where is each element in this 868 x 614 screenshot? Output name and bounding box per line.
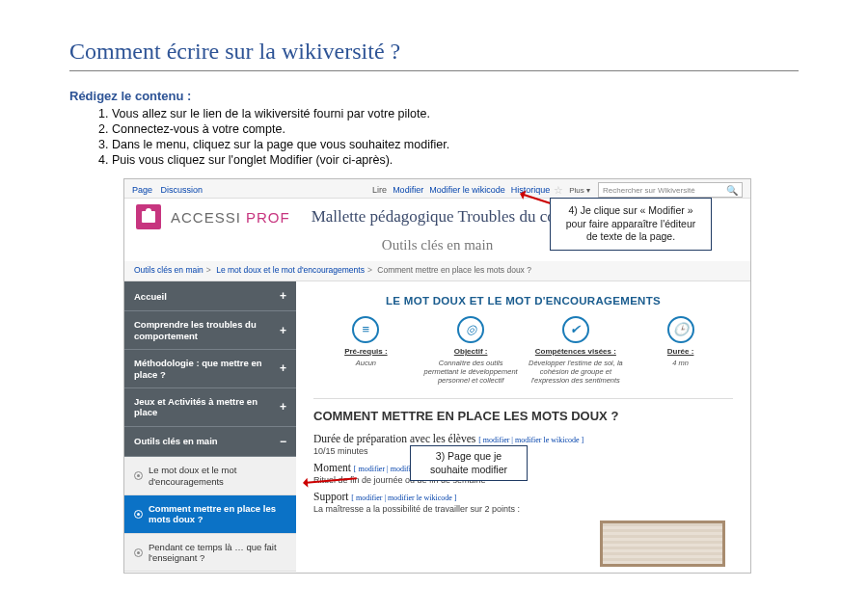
search-icon[interactable]: 🔍 — [726, 185, 738, 196]
target-icon: ◎ — [457, 316, 484, 343]
sidebar-sub-pendant[interactable]: Pendant ce temps là … que fait l'enseign… — [124, 534, 296, 573]
content-top-title: LE MOT DOUX ET LE MOT D'ENCOURAGEMENTS — [313, 295, 733, 307]
sidebar: Accueil+ Comprendre les troubles du comp… — [124, 281, 296, 574]
step-2: Connectez-vous à votre compte. — [98, 122, 799, 136]
sidebar-sub-motdoux[interactable]: Le mot doux et le mot d'encouragements — [124, 457, 296, 495]
tab-modifier[interactable]: Modifier — [393, 185, 423, 195]
tab-discussion[interactable]: Discussion — [161, 185, 203, 195]
step-3: Dans le menu, cliquez sur la page que vo… — [98, 138, 799, 151]
sidebar-sub-comment[interactable]: Comment mettre en place les mots doux ? — [124, 495, 296, 534]
breadcrumb-2[interactable]: Le mot doux et le mot d'encouragements — [216, 265, 365, 275]
bullet-icon — [134, 471, 143, 480]
callout-3: 3) Page que je souhaite modifier — [410, 445, 528, 481]
plus-menu[interactable]: Plus ▾ — [569, 186, 590, 195]
bullet-icon — [134, 510, 143, 519]
summary-icons-row: ≡ Pré-requis : Aucun ◎ Objectif : Connaî… — [313, 316, 733, 385]
accessiprof-logo-icon — [136, 204, 161, 229]
step-1: Vous allez sur le lien de la wikiversité… — [98, 107, 799, 120]
bullet-icon — [134, 548, 143, 557]
tab-lire[interactable]: Lire — [372, 185, 387, 195]
breadcrumb-current: Comment mettre en place les mots doux ? — [377, 265, 531, 275]
section-label: Rédigez le contenu : — [69, 89, 799, 103]
brand-text: ACCESSI PROF — [171, 209, 290, 226]
wiki-top-tabs: Page Discussion Lire Modifier Modifier l… — [124, 179, 750, 198]
doc-title: Comment écrire sur la wikiversité ? — [69, 39, 799, 71]
sidebar-item-methodo[interactable]: Méthodologie : que mettre en place ?+ — [124, 350, 296, 388]
callout-4: 4) Je clique sur « Modifier » pour faire… — [550, 198, 712, 251]
search-input[interactable]: Rechercher sur Wikiversité 🔍 — [598, 182, 743, 198]
star-icon[interactable]: ☆ — [554, 184, 563, 197]
edit-link[interactable]: [ modifier | modifier le wikicode ] — [478, 436, 583, 444]
support-text: La maîtresse a la possibilité de travail… — [313, 504, 733, 514]
breadcrumb: Outils clés en main> Le mot doux et le m… — [124, 261, 750, 280]
list-icon: ≡ — [352, 316, 379, 343]
section-support: Support [ modifier | modifier le wikicod… — [313, 491, 733, 502]
edit-link[interactable]: [ modifier | modifier le wikicode ] — [351, 494, 456, 502]
tab-wikicode[interactable]: Modifier le wikicode — [429, 185, 505, 195]
step-4: Puis vous cliquez sur l'onglet Modifier … — [98, 153, 799, 167]
content-h2: COMMENT METTRE EN PLACE LES MOTS DOUX ? — [313, 409, 733, 423]
sidebar-item-jeux[interactable]: Jeux et Activités à mettre en place+ — [124, 388, 296, 427]
support-image-thumb — [600, 521, 725, 567]
sidebar-item-outils[interactable]: Outils clés en main− — [124, 427, 296, 457]
sidebar-item-comprendre[interactable]: Comprendre les troubles du comportement+ — [124, 311, 296, 350]
tab-page[interactable]: Page — [132, 185, 152, 195]
clock-icon: 🕒 — [667, 316, 694, 343]
section-duree: Durée de préparation avec les élèves [ m… — [313, 433, 733, 444]
breadcrumb-1[interactable]: Outils clés en main — [134, 265, 203, 275]
check-icon: ✔ — [562, 316, 589, 343]
sidebar-item-accueil[interactable]: Accueil+ — [124, 281, 296, 311]
steps-list: Vous allez sur le lien de la wikiversité… — [69, 107, 799, 167]
search-placeholder: Rechercher sur Wikiversité — [603, 186, 695, 195]
